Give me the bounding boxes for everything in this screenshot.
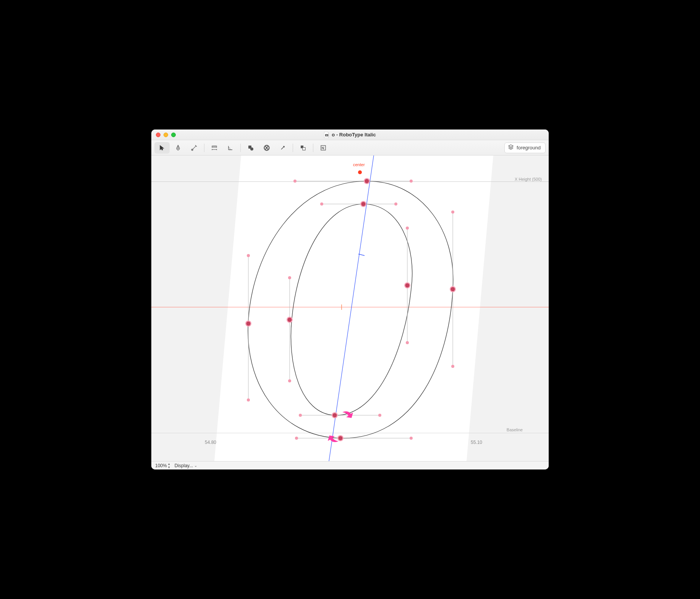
svg-point-53 [361, 202, 366, 206]
svg-point-59 [288, 318, 292, 322]
anchor-tool[interactable] [259, 142, 274, 154]
measurement-tool[interactable] [207, 142, 222, 154]
toolbar-separator [313, 144, 313, 152]
svg-point-55 [405, 283, 410, 288]
accent-tool[interactable] [275, 142, 290, 154]
glyph-canvas[interactable]: X Height (500) Baseline 54.80 55.10 cent… [151, 155, 549, 461]
svg-point-57 [333, 413, 337, 418]
toolbar: foreground [151, 140, 549, 155]
svg-point-29 [410, 180, 413, 183]
glyph-editor-window: U o - RoboType Italic [151, 130, 549, 469]
glyph-overlay [151, 155, 549, 461]
layer-name: foreground [517, 145, 541, 151]
window-title: U o - RoboType Italic [151, 132, 549, 138]
svg-point-28 [293, 180, 297, 183]
svg-rect-10 [303, 147, 305, 150]
shapes-tool[interactable] [243, 142, 258, 154]
layers-icon [508, 144, 514, 151]
window-controls [151, 133, 176, 137]
minimize-button[interactable] [164, 133, 168, 137]
svg-rect-0 [325, 134, 328, 136]
svg-point-43 [288, 379, 291, 382]
transform-tool[interactable] [295, 142, 311, 154]
display-menu[interactable]: Display... ⌄ [173, 463, 199, 468]
close-button[interactable] [156, 133, 160, 137]
zoom-control[interactable]: 100% ▴▾ [154, 462, 172, 469]
display-label: Display... [175, 463, 193, 468]
oncurve-points[interactable] [245, 178, 456, 441]
pen-tool[interactable] [170, 142, 186, 154]
svg-text:U: U [326, 134, 328, 136]
svg-point-47 [451, 287, 455, 291]
svg-point-30 [451, 210, 454, 214]
anchor-center[interactable] [358, 170, 362, 174]
svg-point-33 [410, 437, 413, 440]
svg-point-45 [365, 179, 369, 183]
svg-point-51 [246, 322, 251, 326]
angle-tool[interactable] [223, 142, 238, 154]
pointer-tool[interactable] [154, 142, 170, 154]
handle-lines [248, 181, 453, 438]
svg-point-8 [266, 147, 267, 148]
layer-selector[interactable]: foreground [504, 142, 546, 153]
svg-point-49 [339, 436, 343, 440]
inner-contour[interactable] [291, 204, 412, 415]
svg-point-6 [250, 147, 253, 151]
chevron-down-icon: ⌄ [194, 463, 197, 468]
toolbar-separator [204, 144, 204, 152]
svg-point-41 [378, 414, 381, 417]
svg-point-38 [406, 227, 409, 230]
contour-direction-outer [328, 435, 339, 442]
stepper-icon: ▴▾ [168, 462, 170, 469]
title-text: o - RoboType Italic [332, 132, 376, 138]
svg-point-32 [295, 437, 298, 440]
zoom-button[interactable] [171, 133, 176, 137]
slice-tool[interactable] [186, 142, 202, 154]
preview-tool[interactable] [316, 142, 331, 154]
svg-point-40 [299, 414, 302, 417]
ufo-file-icon: U [324, 132, 329, 138]
zoom-value: 100% [155, 463, 167, 468]
svg-point-42 [288, 276, 291, 279]
svg-point-31 [451, 365, 454, 368]
offcurve-handles[interactable] [247, 180, 454, 440]
svg-point-37 [394, 202, 397, 206]
svg-rect-11 [321, 146, 326, 150]
svg-point-36 [320, 202, 323, 206]
svg-point-35 [247, 398, 250, 401]
titlebar[interactable]: U o - RoboType Italic [151, 130, 549, 140]
statusbar: 100% ▴▾ Display... ⌄ [151, 461, 549, 469]
outer-contour[interactable] [248, 181, 453, 438]
svg-point-34 [247, 254, 250, 257]
svg-point-39 [406, 341, 409, 344]
toolbar-separator [240, 144, 241, 152]
toolbar-separator [293, 144, 293, 152]
